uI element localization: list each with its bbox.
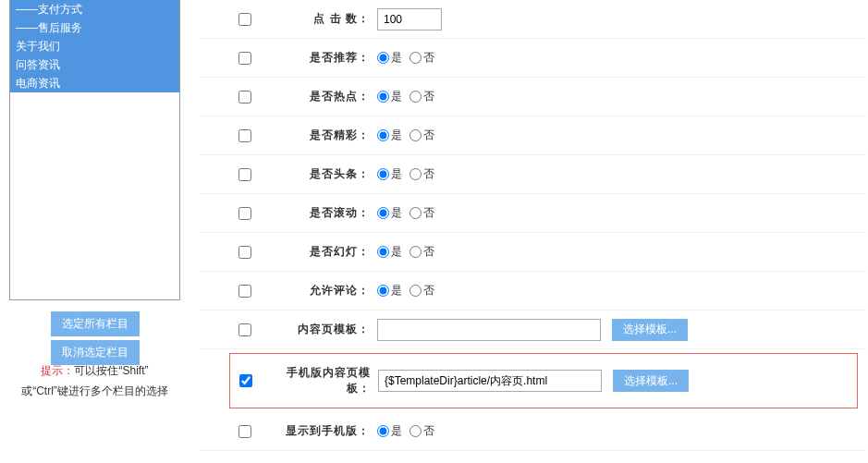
- checkbox-wonderful[interactable]: [238, 129, 251, 142]
- checkbox-mobile-template[interactable]: [239, 374, 252, 387]
- radio-show-mobile-yes[interactable]: [377, 425, 389, 437]
- label-hot: 是否热点：: [275, 89, 377, 104]
- label-mobile-template: 手机版内容页模板：: [276, 365, 378, 396]
- sidebar-tip: 提示：可以按住“Shift” 或“Ctrl”键进行多个栏目的选择: [0, 360, 189, 401]
- tip-label: 提示：: [41, 364, 74, 377]
- radio-wonderful-no[interactable]: [410, 129, 422, 141]
- label-no: 否: [423, 50, 434, 66]
- radio-headline-no[interactable]: [410, 168, 422, 180]
- input-template[interactable]: [377, 319, 601, 341]
- form-area: 点 击 数： 是否推荐： 是 否 是否热点： 是 否 是否精彩： 是 否 是否头…: [202, 0, 867, 451]
- label-no: 否: [423, 423, 434, 439]
- radio-wonderful-yes[interactable]: [377, 129, 389, 141]
- label-yes: 是: [391, 166, 402, 182]
- row-show-mobile: 显示到手机版： 是 否: [202, 412, 867, 451]
- label-yes: 是: [391, 283, 402, 299]
- label-yes: 是: [391, 423, 402, 439]
- label-show-mobile: 显示到手机版：: [275, 423, 377, 439]
- label-no: 否: [423, 89, 434, 104]
- row-hits: 点 击 数：: [202, 0, 867, 39]
- sidebar-list: ——支付方式 ——售后服务 关于我们 问答资讯 电商资讯: [10, 0, 179, 92]
- row-scroll: 是否滚动： 是 否: [202, 194, 867, 233]
- tip-text-2: 或“Ctrl”键进行多个栏目的选择: [21, 384, 168, 397]
- radio-hot-no[interactable]: [410, 91, 422, 103]
- label-scroll: 是否滚动：: [275, 205, 377, 221]
- label-no: 否: [423, 283, 434, 299]
- sidebar-actions: 选定所有栏目 取消选定栏目: [9, 310, 180, 367]
- label-recommend: 是否推荐：: [275, 50, 377, 66]
- radio-recommend-yes[interactable]: [377, 52, 389, 64]
- radio-slide-yes[interactable]: [377, 246, 389, 258]
- sidebar: ——支付方式 ——售后服务 关于我们 问答资讯 电商资讯: [9, 0, 180, 300]
- radio-recommend-no[interactable]: [410, 52, 422, 64]
- radio-scroll-yes[interactable]: [377, 207, 389, 219]
- select-template-button[interactable]: 选择模板...: [612, 319, 688, 341]
- label-template: 内容页模板：: [275, 322, 377, 337]
- radio-scroll-no[interactable]: [410, 207, 422, 219]
- label-yes: 是: [391, 50, 402, 66]
- checkbox-slide[interactable]: [238, 246, 251, 259]
- label-wonderful: 是否精彩：: [275, 128, 377, 143]
- label-yes: 是: [391, 244, 402, 260]
- sidebar-item-aftersale[interactable]: ——售后服务: [10, 18, 179, 37]
- sidebar-item-payment[interactable]: ——支付方式: [10, 0, 179, 18]
- label-headline: 是否头条：: [275, 166, 377, 182]
- sidebar-item-about[interactable]: 关于我们: [10, 37, 179, 55]
- row-headline: 是否头条： 是 否: [202, 155, 867, 194]
- input-hits[interactable]: [377, 8, 442, 30]
- radio-headline-yes[interactable]: [377, 168, 389, 180]
- checkbox-hits[interactable]: [238, 13, 251, 26]
- label-slide: 是否幻灯：: [275, 244, 377, 260]
- radio-comment-no[interactable]: [410, 285, 422, 297]
- sidebar-item-ecom[interactable]: 电商资讯: [10, 74, 179, 92]
- checkbox-scroll[interactable]: [238, 207, 251, 220]
- radio-slide-no[interactable]: [410, 246, 422, 258]
- checkbox-template[interactable]: [238, 323, 251, 336]
- radio-show-mobile-no[interactable]: [410, 425, 422, 437]
- label-yes: 是: [391, 89, 402, 104]
- checkbox-hot[interactable]: [238, 91, 251, 104]
- label-comment: 允许评论：: [275, 283, 377, 299]
- select-mobile-template-button[interactable]: 选择模板...: [613, 370, 689, 392]
- label-yes: 是: [391, 205, 402, 221]
- radio-hot-yes[interactable]: [377, 91, 389, 103]
- row-mobile-template: 手机版内容页模板： 选择模板...: [239, 358, 857, 404]
- row-template: 内容页模板： 选择模板...: [202, 311, 867, 349]
- row-wonderful: 是否精彩： 是 否: [202, 116, 867, 155]
- highlighted-mobile-template: 手机版内容页模板： 选择模板...: [229, 353, 858, 408]
- row-hot: 是否热点： 是 否: [202, 78, 867, 116]
- label-hits: 点 击 数：: [275, 11, 377, 27]
- label-no: 否: [423, 128, 434, 143]
- checkbox-comment[interactable]: [238, 285, 251, 298]
- checkbox-show-mobile[interactable]: [238, 425, 251, 438]
- row-recommend: 是否推荐： 是 否: [202, 39, 867, 78]
- checkbox-headline[interactable]: [238, 168, 251, 181]
- input-mobile-template[interactable]: [378, 370, 602, 392]
- label-no: 否: [423, 205, 434, 221]
- row-slide: 是否幻灯： 是 否: [202, 233, 867, 272]
- checkbox-recommend[interactable]: [238, 52, 251, 65]
- sidebar-item-qa[interactable]: 问答资讯: [10, 55, 179, 74]
- tip-text-1: 可以按住“Shift”: [74, 364, 148, 377]
- label-no: 否: [423, 244, 434, 260]
- select-all-button[interactable]: 选定所有栏目: [51, 311, 140, 336]
- label-no: 否: [423, 166, 434, 182]
- label-yes: 是: [391, 128, 402, 143]
- row-comment: 允许评论： 是 否: [202, 272, 867, 311]
- radio-comment-yes[interactable]: [377, 285, 389, 297]
